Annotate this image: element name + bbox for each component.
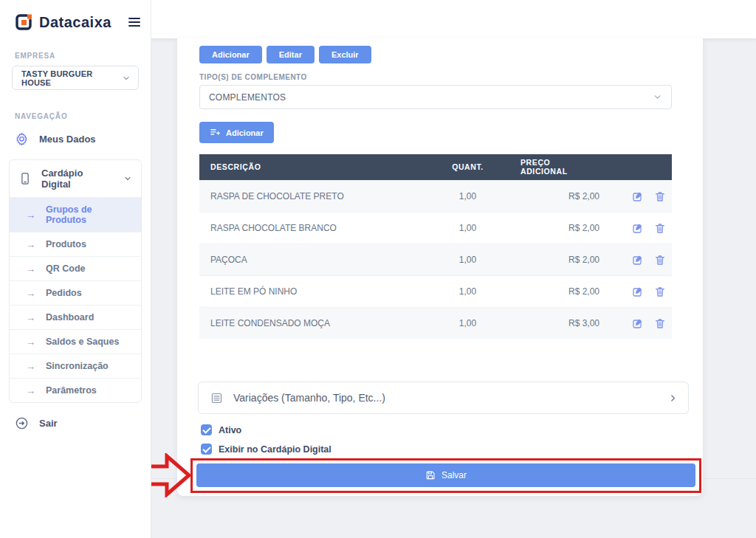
sidebar-item-pedidos[interactable]: → Pedidos — [10, 280, 141, 305]
arrow-right-icon: → — [26, 289, 35, 298]
table-row: LEITE EM PÓ NINHO 1,00 R$ 2,00 — [199, 275, 672, 307]
excluir-tipo-button[interactable]: Excluir — [319, 46, 371, 63]
delete-icon[interactable] — [654, 286, 666, 297]
sidebar-item-label: Grupos de Produtos — [46, 204, 132, 225]
col-preco: PREÇO ADICIONAL — [509, 154, 605, 180]
chevron-down-icon — [122, 74, 131, 83]
edit-icon[interactable] — [632, 190, 644, 202]
sidebar-item-dashboard[interactable]: → Dashboard — [10, 305, 141, 329]
delete-icon[interactable] — [654, 190, 666, 202]
table-row: RASPA DE CHOCOLATE PRETO 1,00 R$ 2,00 — [199, 180, 672, 212]
complement-type-toolbar: Adicionar Editar Excluir — [199, 46, 672, 63]
arrow-right-icon: → — [26, 264, 35, 274]
sidebar-item-label: Parâmetros — [46, 385, 97, 396]
item-price: R$ 2,00 — [509, 212, 605, 244]
sidebar-item-label: Cardápio Digital — [41, 168, 114, 190]
cardapio-digital-group: Cardápio Digital → Grupos de Produtos → … — [9, 159, 142, 403]
sidebar-item-meus-dados[interactable]: Meus Dados — [0, 125, 151, 154]
save-floppy-icon — [425, 470, 436, 480]
sidebar-item-label: Meus Dados — [39, 134, 96, 145]
top-bar — [151, 0, 756, 38]
sidebar-item-label: Pedidos — [46, 288, 82, 298]
button-label: Adicionar — [226, 128, 264, 137]
sidebar-item-grupos-de-produtos[interactable]: → Grupos de Produtos — [10, 197, 141, 232]
sidebar-item-qr-code[interactable]: → QR Code — [10, 256, 141, 280]
company-section-label: EMPRESA — [0, 52, 151, 60]
variacoes-accordion[interactable]: Variações (Tamanho, Tipo, Etc...) — [198, 382, 689, 414]
editar-tipo-button[interactable]: Editar — [267, 46, 315, 63]
item-quantity: 1,00 — [421, 275, 509, 307]
col-quant: QUANT. — [421, 154, 509, 180]
item-description: RASPA CHOCOLATE BRANCO — [199, 212, 421, 244]
sidebar-item-label: Produtos — [46, 239, 86, 249]
delete-icon[interactable] — [654, 317, 666, 329]
sidebar-item-label: Sincronização — [46, 361, 109, 371]
sidebar-item-produtos[interactable]: → Produtos — [10, 232, 141, 256]
arrow-right-icon: → — [26, 313, 35, 323]
main-area: © Datacaixa Tecnologia Adicionar Editar … — [151, 0, 756, 538]
button-label: Salvar — [441, 470, 467, 480]
company-select-value: TASTY BURGUER HOUSE — [21, 69, 122, 87]
sidebar-item-cardapio-digital[interactable]: Cardápio Digital — [10, 160, 141, 197]
arrow-right-icon: → — [26, 362, 35, 371]
sidebar-item-label: QR Code — [46, 263, 85, 274]
ativo-checkbox[interactable] — [201, 424, 212, 435]
brand-header: Datacaixa — [0, 0, 151, 31]
salvar-button[interactable]: Salvar — [196, 463, 695, 487]
checkbox-label: Exibir no Cardápio Digital — [219, 444, 331, 455]
sidebar-item-label: Dashboard — [46, 312, 94, 323]
table-row: LEITE CONDENSADO MOÇA 1,00 R$ 3,00 — [199, 307, 672, 339]
arrow-right-icon: → — [26, 386, 35, 396]
variacoes-label: Variações (Tamanho, Tipo, Etc...) — [233, 392, 668, 404]
edit-icon[interactable] — [632, 317, 644, 329]
adicionar-item-button[interactable]: Adicionar — [199, 122, 274, 143]
item-quantity: 1,00 — [421, 212, 509, 244]
chevron-down-icon — [653, 92, 662, 102]
mobile-phone-icon — [18, 172, 32, 185]
item-price: R$ 2,00 — [509, 275, 605, 307]
sidebar-item-sincronizacao[interactable]: → Sincronização — [10, 354, 141, 378]
nav-section-label: NAVEGAÇÃO — [0, 112, 151, 120]
complement-type-value: COMPLEMENTOS — [209, 92, 653, 103]
gear-icon — [15, 132, 29, 146]
brand-name: Datacaixa — [39, 14, 128, 31]
app-window: Datacaixa EMPRESA TASTY BURGUER HOUSE NA… — [0, 0, 756, 538]
item-quantity: 1,00 — [421, 307, 509, 339]
edit-icon[interactable] — [632, 286, 644, 297]
exibir-cardapio-checkbox-row[interactable]: Exibir no Cardápio Digital — [201, 444, 672, 455]
sidebar-item-sair[interactable]: Sair — [0, 409, 151, 438]
item-price: R$ 2,00 — [509, 244, 605, 275]
item-price: R$ 2,00 — [509, 180, 605, 212]
product-form-card: Adicionar Editar Excluir TIPO(S) DE COMP… — [177, 38, 703, 496]
logout-icon — [15, 416, 29, 430]
item-description: RASPA DE CHOCOLATE PRETO — [199, 180, 421, 212]
arrow-right-icon: → — [26, 240, 35, 249]
arrow-right-icon: → — [26, 337, 35, 347]
sidebar-item-label: Sair — [39, 418, 58, 429]
delete-icon[interactable] — [654, 254, 666, 266]
item-price: R$ 3,00 — [509, 307, 605, 339]
company-select[interactable]: TASTY BURGUER HOUSE — [12, 66, 139, 90]
adicionar-tipo-button[interactable]: Adicionar — [199, 46, 262, 63]
col-descricao: DESCRIÇÃO — [199, 154, 421, 180]
item-description: PAÇOCA — [199, 244, 421, 275]
col-actions — [605, 154, 672, 180]
sidebar-item-parametros[interactable]: → Parâmetros — [10, 378, 141, 402]
item-description: LEITE EM PÓ NINHO — [199, 275, 421, 307]
edit-icon[interactable] — [632, 222, 644, 234]
delete-icon[interactable] — [654, 222, 666, 234]
checkbox-label: Ativo — [219, 425, 241, 435]
exibir-cardapio-checkbox[interactable] — [201, 444, 212, 455]
menu-toggle-icon[interactable] — [128, 18, 140, 27]
item-quantity: 1,00 — [421, 244, 509, 275]
ativo-checkbox-row[interactable]: Ativo — [201, 424, 672, 435]
list-icon — [210, 392, 223, 404]
chevron-right-icon — [668, 393, 678, 403]
complement-type-select[interactable]: COMPLEMENTOS — [199, 85, 672, 109]
sidebar-item-label: Saldos e Saques — [46, 337, 119, 347]
sidebar-item-saldos-e-saques[interactable]: → Saldos e Saques — [10, 329, 141, 354]
datacaixa-logo-icon — [15, 13, 32, 31]
edit-icon[interactable] — [632, 254, 644, 266]
table-header-row: DESCRIÇÃO QUANT. PREÇO ADICIONAL — [199, 154, 672, 180]
sidebar: Datacaixa EMPRESA TASTY BURGUER HOUSE NA… — [0, 0, 151, 538]
